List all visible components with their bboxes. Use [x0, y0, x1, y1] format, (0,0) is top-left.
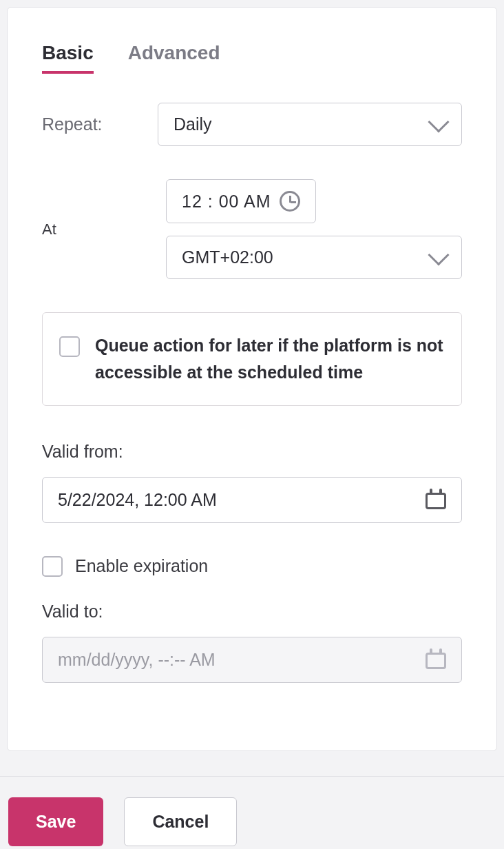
tab-advanced[interactable]: Advanced [128, 42, 220, 74]
save-button[interactable]: Save [8, 797, 103, 846]
calendar-icon [426, 490, 446, 509]
repeat-value: Daily [174, 114, 212, 134]
valid-to-placeholder: mm/dd/yyyy, --:-- AM [58, 650, 216, 670]
valid-from-input[interactable]: 5/22/2024, 12:00 AM [42, 477, 462, 523]
queue-option: Queue action for later if the platform i… [42, 312, 462, 406]
footer-actions: Save Cancel [0, 776, 504, 849]
queue-label: Queue action for later if the platform i… [95, 332, 445, 386]
repeat-label: Repeat: [42, 114, 138, 134]
at-label: At [42, 221, 138, 238]
valid-from-label: Valid from: [42, 442, 462, 462]
timezone-value: GMT+02:00 [182, 247, 273, 267]
tabs: Basic Advanced [42, 42, 462, 74]
repeat-row: Repeat: Daily [42, 103, 462, 146]
time-input[interactable]: 12 : 00 AM [166, 179, 316, 223]
valid-to-input: mm/dd/yyyy, --:-- AM [42, 637, 462, 683]
clock-icon [280, 191, 300, 212]
chevron-down-icon [428, 244, 449, 265]
calendar-icon [426, 650, 446, 669]
timezone-select[interactable]: GMT+02:00 [166, 236, 462, 279]
enable-expiration-label: Enable expiration [75, 556, 208, 576]
at-row: At 12 : 00 AM GMT+02:00 [42, 179, 462, 279]
tab-basic[interactable]: Basic [42, 42, 94, 74]
valid-to-label: Valid to: [42, 602, 462, 622]
enable-expiration-checkbox[interactable] [42, 556, 63, 577]
schedule-card: Basic Advanced Repeat: Daily At 12 : 00 … [7, 7, 497, 751]
queue-checkbox[interactable] [59, 336, 80, 357]
cancel-button[interactable]: Cancel [124, 797, 237, 846]
valid-from-value: 5/22/2024, 12:00 AM [58, 490, 217, 510]
repeat-select[interactable]: Daily [158, 103, 462, 146]
time-value: 12 : 00 AM [182, 192, 271, 212]
enable-expiration-row: Enable expiration [42, 556, 462, 577]
chevron-down-icon [428, 111, 449, 132]
